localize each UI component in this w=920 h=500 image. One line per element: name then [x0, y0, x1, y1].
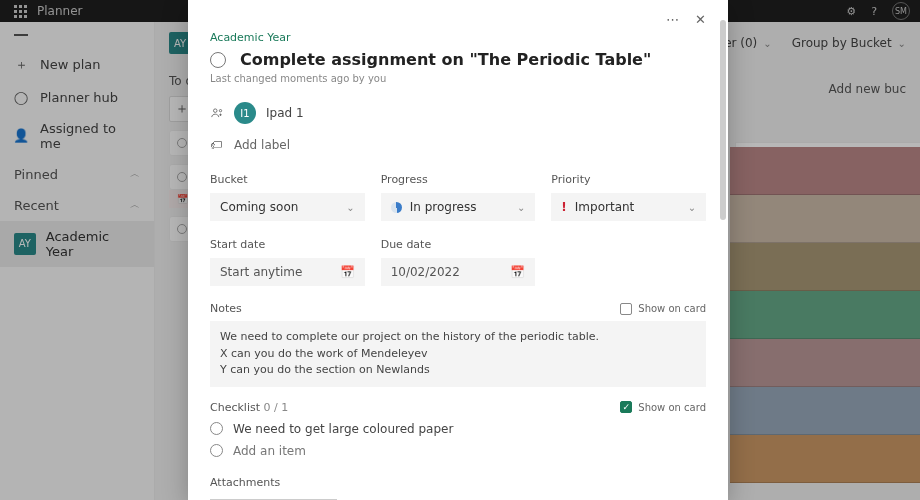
notes-line: X can you do the work of Mendeleyev — [220, 346, 696, 363]
last-changed-text: Last changed moments ago by you — [210, 73, 706, 84]
checklist-add-radio[interactable] — [210, 444, 223, 457]
task-detail-modal: ⋯ ✕ Academic Year Complete assignment on… — [188, 0, 728, 500]
notes-label: Notes — [210, 302, 242, 315]
show-on-card-label: Show on card — [638, 402, 706, 413]
priority-field-label: Priority — [551, 173, 590, 186]
show-on-card-checkbox[interactable] — [620, 303, 632, 315]
scrollbar[interactable] — [720, 20, 726, 460]
checklist-label: Checklist — [210, 401, 260, 414]
checklist-count: 0 / 1 — [264, 401, 289, 414]
bucket-dropdown[interactable]: Coming soon ⌄ — [210, 193, 365, 221]
calendar-icon: 📅 — [510, 265, 525, 279]
progress-icon — [391, 202, 402, 213]
svg-point-1 — [219, 110, 221, 112]
notes-textarea[interactable]: We need to complete our project on the h… — [210, 321, 706, 387]
notes-line: We need to complete our project on the h… — [220, 329, 696, 346]
chevron-down-icon: ⌄ — [688, 202, 696, 213]
svg-point-0 — [214, 109, 218, 113]
show-on-card-checkbox[interactable]: ✓ — [620, 401, 632, 413]
progress-field-label: Progress — [381, 173, 428, 186]
checklist-item-radio[interactable] — [210, 422, 223, 435]
priority-icon: ! — [561, 200, 566, 214]
show-on-card-label: Show on card — [638, 303, 706, 314]
close-icon[interactable]: ✕ — [695, 12, 706, 27]
assignee-name: Ipad 1 — [266, 106, 304, 120]
add-checklist-item[interactable]: Add an item — [233, 444, 306, 458]
start-date-input[interactable]: Start anytime 📅 — [210, 258, 365, 286]
due-date-value: 10/02/2022 — [391, 265, 460, 279]
bucket-field-label: Bucket — [210, 173, 248, 186]
tag-icon: 🏷 — [210, 138, 222, 152]
attachments-label: Attachments — [210, 476, 706, 489]
add-label-button[interactable]: 🏷 Add label — [210, 138, 706, 152]
checklist-item-text[interactable]: We need to get large coloured paper — [233, 422, 453, 436]
add-assignee-icon[interactable] — [210, 106, 224, 120]
add-label-text: Add label — [234, 138, 290, 152]
priority-dropdown[interactable]: !Important ⌄ — [551, 193, 706, 221]
bucket-value: Coming soon — [220, 200, 298, 214]
assignee-avatar[interactable]: I1 — [234, 102, 256, 124]
progress-value: In progress — [410, 200, 477, 214]
chevron-down-icon: ⌄ — [346, 202, 354, 213]
notes-line: Y can you do the section on Newlands — [220, 362, 696, 379]
due-date-input[interactable]: 10/02/2022 📅 — [381, 258, 536, 286]
chevron-down-icon: ⌄ — [517, 202, 525, 213]
due-date-label: Due date — [381, 238, 432, 251]
task-title[interactable]: Complete assignment on "The Periodic Tab… — [240, 50, 651, 69]
plan-name-link[interactable]: Academic Year — [210, 31, 706, 44]
progress-dropdown[interactable]: In progress ⌄ — [381, 193, 536, 221]
calendar-icon: 📅 — [340, 265, 355, 279]
start-date-label: Start date — [210, 238, 265, 251]
priority-value: Important — [575, 200, 635, 214]
more-options-icon[interactable]: ⋯ — [666, 12, 679, 27]
complete-task-radio[interactable] — [210, 52, 226, 68]
start-date-value: Start anytime — [220, 265, 302, 279]
